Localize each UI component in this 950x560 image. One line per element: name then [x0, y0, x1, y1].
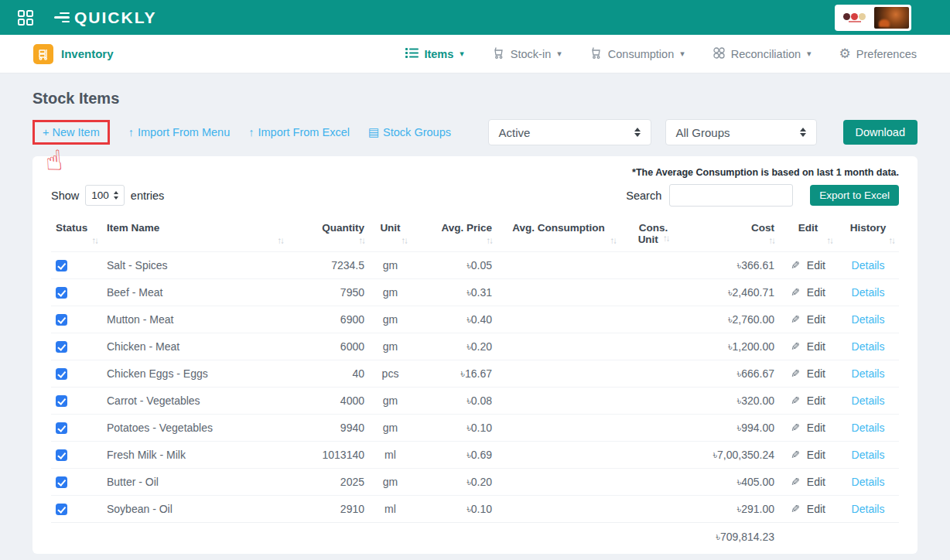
- stock-in-cart-icon: [492, 46, 505, 62]
- details-link[interactable]: Details: [852, 286, 885, 299]
- import-from-excel-button[interactable]: ↑ Import From Excel: [248, 126, 350, 138]
- pencil-icon: ✎: [791, 286, 800, 299]
- table-row: Mutton - Meat 6900 gm ৳0.40 ৳2,760.00 ✎E…: [51, 306, 899, 333]
- avg-consumption-cell: [497, 388, 620, 415]
- details-link[interactable]: Details: [852, 422, 885, 434]
- details-link[interactable]: Details: [852, 367, 885, 380]
- details-link[interactable]: Details: [852, 340, 885, 353]
- status-checkbox[interactable]: [56, 260, 67, 271]
- nav-item-consumption[interactable]: Consumption ▾: [589, 46, 685, 62]
- nav-item-preferences[interactable]: ⚙ Preferences: [839, 47, 917, 60]
- table-row: Soybean - Oil 2910 ml ৳0.10 ৳291.00 ✎Edi…: [51, 496, 899, 523]
- edit-button[interactable]: ✎Edit: [791, 340, 825, 353]
- edit-button[interactable]: ✎Edit: [791, 367, 825, 380]
- status-checkbox[interactable]: [56, 395, 67, 407]
- column-header-item-name[interactable]: Item Name ↑↓: [102, 217, 288, 252]
- cost-cell: ৳7,00,350.24: [686, 442, 779, 469]
- inventory-section[interactable]: Inventory: [33, 44, 114, 64]
- table-row: Chicken Eggs - Eggs 40 pcs ৳16.67 ৳666.6…: [51, 360, 899, 388]
- consumption-cart-icon: [589, 46, 603, 62]
- pencil-icon: ✎: [791, 340, 800, 353]
- items-list-icon: [405, 47, 419, 61]
- import-from-menu-button[interactable]: ↑ Import From Menu: [128, 126, 231, 138]
- page-size-select[interactable]: 100: [85, 185, 125, 206]
- status-checkbox[interactable]: [56, 314, 67, 326]
- sort-icon: ↑↓: [691, 236, 774, 245]
- avg-consumption-cell: [497, 496, 620, 523]
- status-checkbox[interactable]: [56, 504, 67, 515]
- apps-grid-icon[interactable]: [17, 9, 34, 26]
- column-header-avg-consumption[interactable]: Avg. Consumption ↑↓: [497, 217, 620, 252]
- pencil-icon: ✎: [791, 313, 800, 326]
- edit-label: Edit: [807, 259, 825, 271]
- stock-groups-button[interactable]: ▤ Stock Groups: [368, 125, 451, 139]
- column-header-avg-price[interactable]: Avg. Price ↑↓: [412, 217, 497, 252]
- column-label: Status: [56, 222, 87, 234]
- column-header-status[interactable]: Status ↑↓: [51, 217, 102, 252]
- quickly-logo[interactable]: QUICKLY: [54, 9, 157, 27]
- status-checkbox[interactable]: [56, 449, 67, 461]
- column-header-cost[interactable]: Cost ↑↓: [686, 217, 779, 252]
- avg-consumption-cell: [497, 442, 620, 469]
- quantity-cell: 6900: [288, 306, 369, 333]
- avg-consumption-cell: [497, 333, 620, 360]
- item-name-cell: Salt - Spices: [102, 252, 288, 279]
- details-link[interactable]: Details: [852, 449, 885, 461]
- download-button[interactable]: Download: [843, 120, 918, 145]
- stock-items-card: ☝ *The Average Consumption is based on l…: [32, 156, 918, 554]
- edit-button[interactable]: ✎Edit: [791, 422, 825, 434]
- search-input[interactable]: [669, 184, 793, 207]
- total-row: ৳709,814.23: [51, 523, 899, 552]
- quantity-cell: 6000: [288, 333, 369, 360]
- details-link[interactable]: Details: [852, 394, 885, 407]
- nav-item-label: Items: [424, 48, 453, 60]
- nav-item-label: Consumption: [608, 48, 674, 60]
- status-checkbox[interactable]: [56, 422, 67, 434]
- avg-price-cell: ৳0.20: [412, 469, 497, 496]
- unit-cell: gm: [369, 279, 412, 306]
- status-checkbox[interactable]: [56, 368, 67, 380]
- cons-unit-cell: [620, 388, 686, 415]
- stock-groups-label: Stock Groups: [383, 126, 451, 138]
- quantity-cell: 2910: [288, 496, 369, 523]
- status-checkbox[interactable]: [56, 287, 67, 299]
- new-item-button[interactable]: + New Item: [43, 126, 100, 138]
- edit-button[interactable]: ✎Edit: [791, 286, 825, 299]
- column-header-cons-unit[interactable]: Cons. Unit ↑↓: [620, 217, 686, 252]
- edit-button[interactable]: ✎Edit: [791, 449, 825, 461]
- store-switcher[interactable]: [835, 5, 911, 31]
- unit-cell: ml: [369, 496, 412, 523]
- edit-button[interactable]: ✎Edit: [791, 394, 825, 407]
- nav-item-label: Reconciliation: [731, 48, 801, 60]
- edit-button[interactable]: ✎Edit: [791, 313, 825, 326]
- column-label: Unit: [380, 222, 400, 234]
- status-checkbox[interactable]: [56, 341, 67, 353]
- edit-button[interactable]: ✎Edit: [791, 259, 825, 271]
- details-link[interactable]: Details: [852, 476, 885, 488]
- edit-label: Edit: [807, 340, 825, 353]
- module-nav-bar: Inventory Items ▾ Stock-in ▾: [0, 35, 950, 73]
- edit-label: Edit: [807, 394, 825, 407]
- column-header-unit[interactable]: Unit ↑↓: [369, 217, 412, 252]
- column-header-quantity[interactable]: Quantity ↑↓: [288, 217, 369, 252]
- edit-label: Edit: [807, 503, 825, 515]
- status-filter-select[interactable]: Active: [488, 119, 651, 145]
- export-to-excel-button[interactable]: Export to Excel: [810, 185, 899, 206]
- edit-button[interactable]: ✎Edit: [791, 476, 825, 488]
- chevron-down-icon: ▾: [460, 49, 464, 59]
- table-row: Salt - Spices 7234.5 gm ৳0.05 ৳366.61 ✎E…: [51, 252, 899, 279]
- logo-speed-lines-icon: [54, 12, 70, 23]
- details-link[interactable]: Details: [852, 503, 885, 515]
- details-link[interactable]: Details: [852, 313, 885, 326]
- status-checkbox[interactable]: [56, 476, 67, 488]
- edit-button[interactable]: ✎Edit: [791, 503, 825, 515]
- nav-item-items[interactable]: Items ▾: [405, 47, 463, 61]
- quantity-cell: 1013140: [288, 442, 369, 469]
- sort-icon: ↑↓: [292, 236, 364, 245]
- group-filter-select[interactable]: All Groups: [665, 119, 817, 145]
- column-header-edit[interactable]: Edit ↑↓: [779, 217, 837, 252]
- column-header-history[interactable]: History ↑↓: [837, 217, 899, 252]
- nav-item-stock-in[interactable]: Stock-in ▾: [492, 46, 562, 62]
- details-link[interactable]: Details: [852, 259, 885, 271]
- nav-item-reconciliation[interactable]: Reconciliation ▾: [712, 46, 812, 62]
